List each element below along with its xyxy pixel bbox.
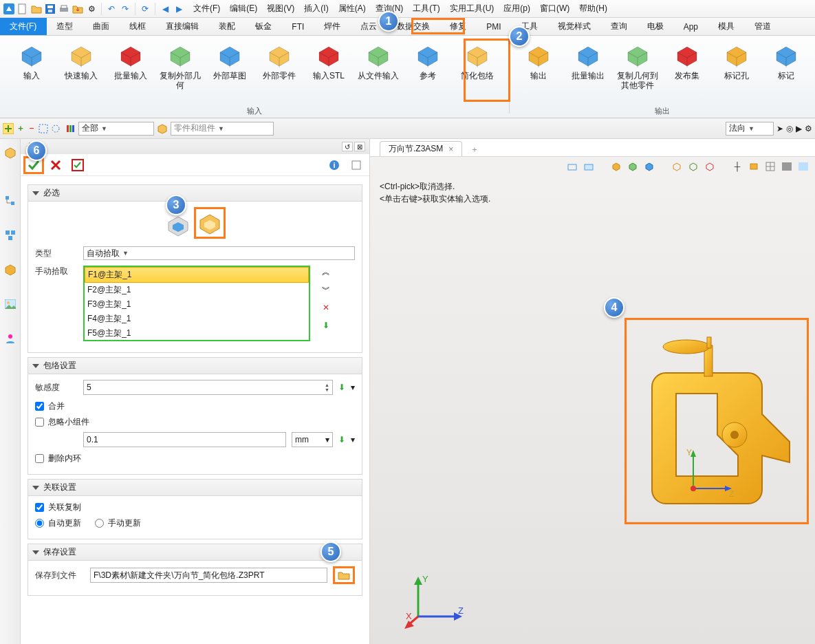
- menu-item[interactable]: 属性(A): [338, 3, 366, 14]
- small-apply-icon[interactable]: ⬇: [338, 435, 345, 444]
- pick-item[interactable]: F2@主架_1: [85, 283, 309, 297]
- settings-icon[interactable]: ⚙: [85, 3, 98, 15]
- ribbon-tab[interactable]: 视觉样式: [548, 18, 601, 35]
- ribbon-item[interactable]: 复制几何到其他零件: [613, 39, 662, 92]
- menu-item[interactable]: 编辑(E): [230, 3, 257, 14]
- vt-color2[interactable]: [797, 160, 809, 173]
- pick-down-icon[interactable]: ︾: [320, 283, 332, 296]
- save-icon[interactable]: [44, 3, 56, 15]
- menu-item[interactable]: 文件(F): [193, 3, 220, 14]
- vt-i2[interactable]: [583, 160, 595, 173]
- ribbon-item[interactable]: 快速输入: [57, 39, 105, 92]
- ribbon-item[interactable]: 从文件输入: [354, 39, 402, 92]
- cancel-button[interactable]: [45, 156, 66, 174]
- sensitivity-apply-icon[interactable]: ⬇: [338, 383, 345, 392]
- manual-update-radio[interactable]: [95, 519, 104, 528]
- ribbon-tab[interactable]: 查询: [601, 18, 638, 35]
- pick-remove-icon[interactable]: ✕: [320, 301, 332, 314]
- pick-listbox[interactable]: F1@主架_1F2@主架_1F3@主架_1F4@主架_1F5@主架_1: [83, 266, 310, 341]
- ribbon-item[interactable]: 简化包络: [453, 39, 501, 92]
- ribbon-item[interactable]: 批量输出: [564, 39, 612, 92]
- assoc-copy-checkbox[interactable]: [35, 503, 44, 512]
- ribbon-tab[interactable]: 文件(F): [0, 18, 47, 35]
- ribbon-item[interactable]: 发布集: [663, 39, 711, 92]
- apply-button[interactable]: [67, 156, 88, 174]
- panel-pin-icon[interactable]: ⊠: [354, 142, 365, 151]
- ribbon-item[interactable]: 参考: [404, 39, 452, 92]
- ribbon-tab[interactable]: FTI: [282, 18, 314, 35]
- filter-combo-parts[interactable]: 零件和组件▼: [171, 122, 274, 136]
- ribbon-tab[interactable]: 焊件: [314, 18, 351, 35]
- small-value-input[interactable]: 0.1: [83, 432, 286, 447]
- ribbon-tab[interactable]: 曲面: [83, 18, 120, 35]
- new-icon[interactable]: [17, 3, 29, 15]
- ribbon-item[interactable]: 标记: [762, 39, 810, 92]
- vt-wire1[interactable]: [671, 160, 683, 173]
- new-entity-icon[interactable]: [3, 123, 14, 134]
- open-icon[interactable]: [30, 3, 43, 15]
- refresh-icon[interactable]: ⟳: [139, 3, 151, 15]
- cursor-icon[interactable]: ➤: [776, 124, 783, 133]
- menu-item[interactable]: 视图(V): [267, 3, 294, 14]
- merge-checkbox[interactable]: [35, 402, 44, 411]
- new-tab-button[interactable]: ＋: [468, 142, 481, 156]
- box-icon[interactable]: [157, 123, 168, 134]
- vt-wire3[interactable]: [704, 160, 716, 173]
- close-tab-icon[interactable]: ×: [448, 144, 453, 154]
- ribbon-tab[interactable]: 装配: [209, 18, 246, 35]
- vt-cube2[interactable]: [627, 160, 639, 173]
- ribbon-tab[interactable]: 模具: [708, 18, 745, 35]
- vt-i1[interactable]: [566, 160, 578, 173]
- section-save-header[interactable]: 保存设置 5: [28, 544, 362, 561]
- ribbon-item[interactable]: 输出: [514, 39, 563, 92]
- plus-icon[interactable]: ＋: [17, 122, 25, 134]
- viewport[interactable]: 万向节.Z3ASM× ＋ ┼ <Ctrl-pick>取消选择. <单击右键>获取…: [370, 139, 815, 644]
- vt-wire2[interactable]: [687, 160, 699, 173]
- vtab-image-icon[interactable]: [3, 297, 17, 311]
- mode-auto-icon[interactable]: [164, 211, 192, 239]
- print-icon[interactable]: [58, 3, 70, 15]
- undo-icon[interactable]: ↶: [105, 3, 118, 15]
- vtab-tree-icon[interactable]: [3, 194, 17, 208]
- ribbon-tab[interactable]: 造型: [47, 18, 83, 35]
- delete-inner-checkbox[interactable]: [35, 454, 44, 463]
- menu-item[interactable]: 插入(I): [304, 3, 328, 14]
- pick-item[interactable]: F4@主架_1: [85, 312, 309, 326]
- vt-grid-icon[interactable]: [764, 160, 776, 173]
- target-icon[interactable]: ◎: [786, 124, 793, 133]
- ribbon-item[interactable]: 标记孔: [713, 39, 761, 92]
- menu-item[interactable]: 实用工具(U): [450, 3, 495, 14]
- ribbon-tab[interactable]: 修复: [440, 18, 477, 35]
- vt-plane-icon[interactable]: [748, 160, 760, 173]
- next-icon[interactable]: ▶: [173, 3, 185, 15]
- browse-button[interactable]: [333, 566, 355, 584]
- vt-axis-icon[interactable]: ┼: [731, 160, 743, 173]
- ribbon-tab[interactable]: 电极: [638, 18, 674, 35]
- minus-icon[interactable]: －: [28, 122, 36, 134]
- ribbon-item[interactable]: 输入STL: [305, 39, 353, 92]
- import-icon[interactable]: [72, 3, 84, 15]
- select-dashed-icon[interactable]: [39, 124, 48, 133]
- save-path-input[interactable]: F\3D素材\新建文件夹\万向节_简化包络.Z3PRT: [90, 568, 327, 583]
- select-circle-icon[interactable]: [51, 124, 61, 133]
- ignore-small-checkbox[interactable]: [35, 418, 44, 427]
- pick-item[interactable]: F3@主架_1: [85, 297, 309, 312]
- small-more-icon[interactable]: ▾: [351, 435, 355, 444]
- mode-manual-icon[interactable]: [194, 207, 226, 239]
- ribbon-item[interactable]: 外部零件: [255, 39, 303, 92]
- sensitivity-more-icon[interactable]: ▾: [351, 383, 355, 392]
- ribbon-tab[interactable]: 钣金: [246, 18, 282, 35]
- play-icon[interactable]: ▶: [796, 124, 802, 133]
- ribbon-item[interactable]: 批量输入: [107, 39, 155, 92]
- menu-item[interactable]: 应用(p): [503, 3, 530, 14]
- menu-item[interactable]: 窗口(W): [540, 3, 569, 14]
- pick-apply-icon[interactable]: ⬇: [320, 319, 332, 332]
- vtab-user-icon[interactable]: [3, 332, 17, 345]
- section-required-header[interactable]: 必选: [28, 185, 362, 202]
- prev-icon[interactable]: ◀: [159, 3, 171, 15]
- gear-icon[interactable]: ⚙: [805, 124, 812, 133]
- vt-cube3[interactable]: [643, 160, 655, 173]
- pick-item[interactable]: F5@主架_1: [85, 326, 309, 341]
- vt-cube1[interactable]: [610, 160, 622, 173]
- vt-color1[interactable]: [781, 160, 793, 173]
